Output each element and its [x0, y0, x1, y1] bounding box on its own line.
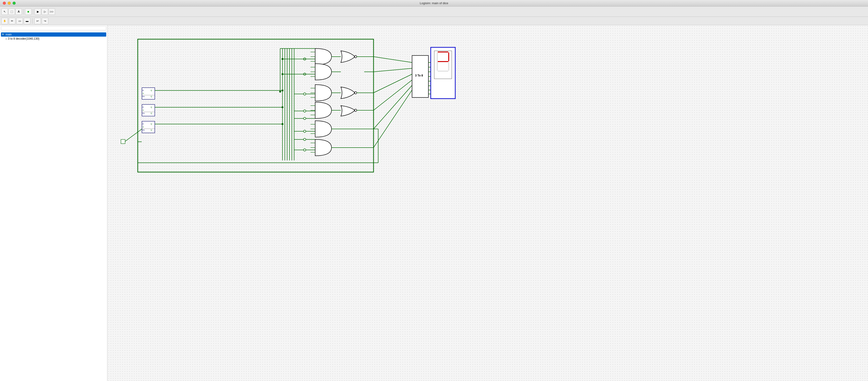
toolbar: ↖ ⬚ A ● ▶ ▷ ▷▷	[0, 6, 868, 17]
circuit-diagram: D Q ⊙ En Q D Q ⊙ En Q D Q ⊙ En Q	[107, 25, 868, 381]
svg-rect-1	[138, 39, 374, 172]
green-circle-tool[interactable]: ●	[25, 8, 32, 15]
minimize-button[interactable]	[8, 2, 11, 5]
circuit-icon: □	[6, 38, 7, 40]
sidebar-search	[0, 25, 107, 32]
rect1-tool[interactable]: ▭	[16, 18, 23, 24]
run-tool[interactable]: ▶	[35, 8, 41, 15]
svg-rect-23	[121, 139, 125, 144]
svg-text:En: En	[143, 95, 145, 98]
svg-point-58	[304, 149, 306, 151]
sidebar: 🔍 main □ 3 to 8 decoder(1040,130)	[0, 25, 107, 381]
sidebar-item-decoder[interactable]: □ 3 to 8 decoder(1040,130)	[1, 37, 106, 41]
svg-point-55	[304, 138, 306, 141]
select-tool[interactable]: ⬚	[8, 8, 15, 15]
svg-text:Q: Q	[151, 123, 152, 125]
svg-point-129	[279, 91, 281, 93]
sidebar-item-main-label: main	[6, 33, 12, 36]
svg-point-46	[304, 110, 306, 112]
canvas-area[interactable]: D Q ⊙ En Q D Q ⊙ En Q D Q ⊙ En Q	[107, 25, 868, 381]
title-bar: Logisim: main of dice	[0, 0, 868, 6]
svg-text:En: En	[143, 129, 145, 131]
window-title: Logisim: main of dice	[420, 1, 448, 5]
sidebar-tree: 🔍 main □ 3 to 8 decoder(1040,130)	[0, 32, 107, 42]
svg-point-49	[304, 117, 306, 119]
svg-text:3 To 8: 3 To 8	[415, 74, 423, 77]
hand-tool[interactable]: ✋	[1, 18, 8, 24]
svg-point-33	[282, 90, 283, 92]
svg-text:En: En	[143, 112, 145, 114]
pencil-tool[interactable]: ✏	[9, 18, 16, 24]
svg-text:Q: Q	[151, 112, 152, 114]
redo-tool[interactable]: ↪	[42, 18, 48, 24]
close-button[interactable]	[3, 2, 6, 5]
fast-tool[interactable]: ▷▷	[49, 8, 55, 15]
svg-line-97	[374, 68, 412, 72]
sidebar-item-decoder-label: 3 to 8 decoder(1040,130)	[8, 37, 39, 40]
search-input[interactable]	[1, 26, 106, 30]
svg-line-96	[374, 57, 412, 63]
svg-text:Q: Q	[151, 95, 152, 98]
svg-text:⊙: ⊙	[143, 92, 144, 95]
text-tool[interactable]: A	[16, 8, 22, 15]
svg-text:D: D	[143, 89, 144, 92]
svg-point-35	[282, 123, 283, 125]
svg-point-133	[282, 58, 283, 60]
window-controls	[3, 2, 16, 5]
svg-line-126	[125, 129, 142, 142]
sidebar-item-main[interactable]: 🔍 main	[1, 32, 106, 37]
svg-point-134	[282, 73, 283, 75]
svg-line-99	[374, 80, 412, 110]
svg-point-52	[304, 130, 306, 132]
rect2-tool[interactable]: ▬	[24, 18, 30, 24]
svg-text:⊙: ⊙	[143, 126, 144, 128]
step-tool[interactable]: ▷	[41, 8, 48, 15]
svg-line-100	[374, 85, 412, 129]
svg-text:Q: Q	[151, 129, 152, 131]
main-layout: 🔍 main □ 3 to 8 decoder(1040,130) D	[0, 25, 868, 381]
svg-text:⊙: ⊙	[143, 109, 144, 111]
svg-text:D: D	[143, 106, 144, 108]
svg-text:Q: Q	[151, 89, 152, 92]
svg-point-34	[282, 106, 283, 108]
svg-line-98	[374, 74, 412, 93]
svg-point-43	[304, 93, 306, 95]
svg-line-101	[374, 90, 412, 148]
svg-text:Q: Q	[151, 106, 152, 108]
svg-text:D: D	[143, 123, 144, 125]
maximize-button[interactable]	[12, 2, 16, 5]
separator1	[23, 9, 24, 14]
undo-tool[interactable]: ↩	[34, 18, 41, 24]
toolbar2: ✋ ✏ ▭ ▬ ↩ ↪	[0, 17, 868, 25]
pointer-tool[interactable]: ↖	[1, 8, 8, 15]
search-icon: 🔍	[2, 33, 5, 36]
